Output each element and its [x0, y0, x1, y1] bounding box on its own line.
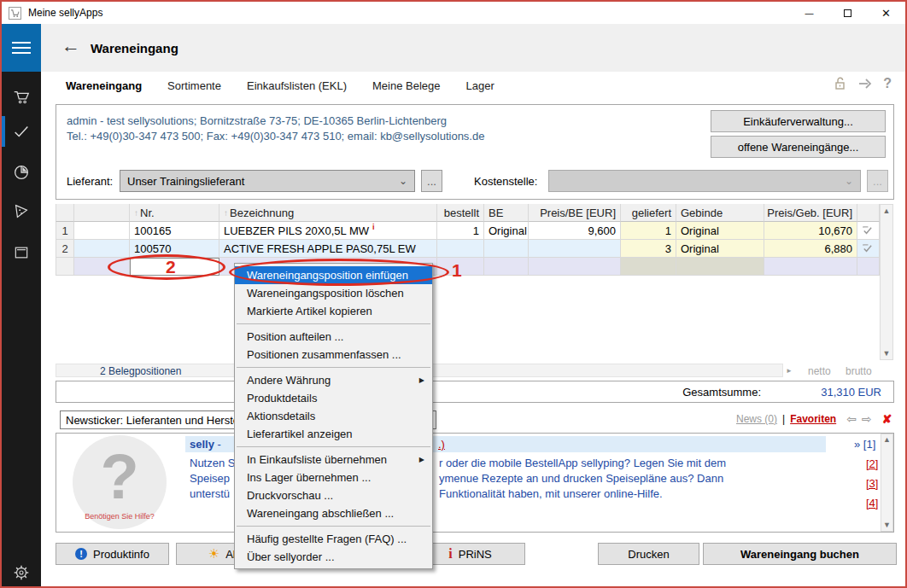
news-headline-tail-link[interactable]: .) [438, 438, 445, 451]
table-cell[interactable] [74, 240, 130, 258]
forward-arrow-icon[interactable] [857, 78, 873, 90]
cell-gebinde[interactable]: Original [676, 222, 764, 240]
brutto-label[interactable]: brutto [846, 365, 872, 377]
tab-sortimente[interactable]: Sortimente [167, 79, 221, 92]
table-cell[interactable] [857, 258, 880, 276]
news-close-icon[interactable]: ✘ [882, 412, 892, 426]
favoriten-link[interactable]: Favoriten [790, 413, 836, 425]
col-header-bestellt[interactable]: bestellt [437, 204, 484, 222]
news-link-4[interactable]: [4] [866, 497, 878, 509]
menu-item-andere-waehrung[interactable]: Andere Währung▶ [235, 371, 432, 389]
scroll-right-icon[interactable]: ► [783, 364, 795, 377]
news-vertical-scrollbar[interactable]: ▲ ▼ [881, 434, 893, 532]
col-header-bezeichnung[interactable]: ↑Bezeichnung [219, 204, 437, 222]
drucken-button[interactable]: Drucken [598, 543, 699, 565]
news-link-3[interactable]: [3] [866, 477, 878, 490]
sidebar-item-cart[interactable] [2, 79, 41, 116]
cell-bezeichnung[interactable]: LUEBZER PILS 20X0,5L MWi [219, 222, 437, 240]
offene-wareneingaenge-button[interactable]: offene Wareneingänge... [711, 136, 886, 158]
row-edit-check-icon[interactable] [857, 222, 880, 240]
kostenstelle-browse-button[interactable]: ... [867, 170, 888, 192]
help-icon[interactable]: ? [883, 76, 892, 91]
tab-lager[interactable]: Lager [466, 79, 494, 92]
row-number[interactable]: 2 [56, 240, 74, 258]
cell-be[interactable] [484, 240, 529, 258]
row-number[interactable] [56, 258, 74, 276]
lock-icon[interactable] [834, 77, 847, 90]
tab-meine-belege[interactable]: Meine Belege [372, 79, 441, 92]
news-link-2[interactable]: [2] [866, 457, 878, 470]
table-vertical-scrollbar[interactable]: ▲ ▼ [880, 204, 893, 360]
menu-item-wareneingangsposition-loeschen[interactable]: Wareneingangsposition löschen [235, 284, 432, 302]
sidebar-item-slice[interactable] [2, 193, 41, 230]
scroll-up-icon[interactable]: ▲ [881, 434, 892, 445]
lieferant-browse-button[interactable]: ... [421, 170, 442, 192]
sidebar-item-journal[interactable] [2, 234, 41, 271]
menu-item-produktdetails[interactable]: Produktdetails [235, 389, 432, 407]
col-header-geliefert[interactable]: geliefert [621, 204, 676, 222]
cell-gebinde[interactable]: Original [676, 240, 764, 258]
menu-item-lieferartikel-anzeigen[interactable]: Lieferartikel anzeigen [235, 425, 432, 443]
table-cell[interactable] [484, 258, 529, 276]
netto-label[interactable]: netto [808, 365, 831, 377]
sidebar-item-statistics[interactable] [2, 154, 41, 191]
menu-item-in-einkaufsliste-uebernehmen[interactable]: In Einkaufsliste übernehmen▶ [235, 451, 432, 469]
row-edit-check-icon[interactable] [857, 240, 880, 258]
sidebar-item-settings[interactable] [2, 554, 41, 588]
sidebar-item-wareneingang[interactable] [2, 113, 41, 150]
cell-nr[interactable]: 100165 [130, 222, 219, 240]
table-cell[interactable] [529, 258, 621, 276]
lieferant-select[interactable]: Unser Trainingslieferant ⌄ [120, 170, 415, 192]
cell-bestellt[interactable] [437, 240, 484, 258]
menu-item-ueber-sellyorder[interactable]: Über sellyorder ... [235, 548, 432, 566]
maximize-button[interactable] [828, 2, 867, 24]
col-header-rownum[interactable] [56, 204, 74, 222]
news-next-icon[interactable]: ⇨ [862, 412, 872, 426]
col-header-gebinde[interactable]: Gebinde [676, 204, 764, 222]
einkaeuferverwaltung-button[interactable]: Einkäuferverwaltung... [711, 110, 886, 132]
table-cell[interactable] [621, 258, 676, 276]
cell-bezeichnung[interactable]: ACTIVE FRESH APPLE PAS0,75L EW [219, 240, 437, 258]
scroll-down-icon[interactable]: ▼ [881, 520, 892, 531]
table-cell[interactable] [676, 258, 764, 276]
table-cell[interactable] [74, 222, 130, 240]
cell-preis-be[interactable]: 9,600 [529, 222, 621, 240]
cell-preis-be[interactable] [529, 240, 621, 258]
news-count-link[interactable]: News (0) [736, 413, 777, 425]
produktinfo-button[interactable]: ! Produktinfo [56, 543, 169, 565]
scroll-down-icon[interactable]: ▼ [881, 347, 892, 359]
tab-wareneingang[interactable]: Wareneingang [66, 79, 142, 92]
col-header-preis-be[interactable]: Preis/BE [EUR] [529, 204, 621, 222]
menu-item-aktionsdetails[interactable]: Aktionsdetails [235, 407, 432, 425]
col-header-be[interactable]: BE [484, 204, 529, 222]
cell-geliefert[interactable]: 1 [621, 222, 676, 240]
back-button[interactable]: ← [61, 35, 80, 57]
scroll-up-icon[interactable]: ▲ [881, 205, 892, 217]
menu-item-position-aufteilen[interactable]: Position aufteilen ... [235, 328, 432, 346]
hamburger-menu-button[interactable] [2, 24, 41, 72]
totals-bar: Gesamtsumme: 31,310 EUR [56, 381, 894, 403]
wareneingang-buchen-button[interactable]: Wareneingang buchen [703, 543, 897, 565]
menu-item-positionen-zusammenfassen[interactable]: Positionen zusammenfassen ... [235, 346, 432, 364]
col-header-blank[interactable] [74, 204, 130, 222]
kostenstelle-select[interactable]: ⌄ [548, 170, 861, 192]
menu-item-wareneingang-abschliessen[interactable]: Wareneingang abschließen ... [235, 504, 432, 522]
menu-item-druckvorschau[interactable]: Druckvorschau ... [235, 486, 432, 504]
table-cell[interactable] [764, 258, 857, 276]
menu-item-markierte-artikel-kopieren[interactable]: Markierte Artikel kopieren [235, 302, 432, 320]
news-link-1[interactable]: » [1] [854, 438, 875, 451]
cell-bestellt[interactable]: 1 [437, 222, 484, 240]
news-prev-icon[interactable]: ⇦ [846, 412, 857, 426]
cell-geliefert[interactable]: 3 [621, 240, 676, 258]
cell-be[interactable]: Original [484, 222, 529, 240]
col-header-preis-geb[interactable]: Preis/Geb. [EUR] [764, 204, 857, 222]
tab-einkaufslisten[interactable]: Einkaufslisten (EKL) [247, 79, 347, 92]
row-number[interactable]: 1 [56, 222, 74, 240]
minimize-button[interactable]: — [790, 2, 828, 24]
cell-preis-geb[interactable]: 10,670 [764, 222, 857, 240]
col-header-nr[interactable]: ↑Nr. [130, 204, 219, 222]
menu-item-faq[interactable]: Häufig gestellte Fragen (FAQ) ... [235, 530, 432, 548]
close-button[interactable]: ✕ [867, 2, 905, 24]
cell-preis-geb[interactable]: 6,880 [764, 240, 857, 258]
menu-item-ins-lager-uebernehmen[interactable]: Ins Lager übernehmen ... [235, 469, 432, 486]
